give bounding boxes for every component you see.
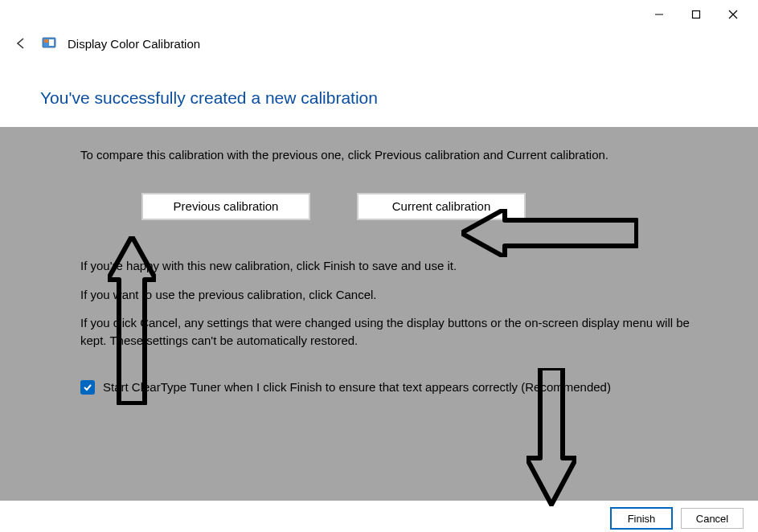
wizard-header: Display Color Calibration <box>0 29 758 66</box>
minimize-button[interactable] <box>641 2 678 27</box>
wizard-footer: Finish Cancel <box>0 501 758 532</box>
cancel-hint: If you want to use the previous calibrat… <box>80 286 691 304</box>
cleartype-checkbox[interactable] <box>80 380 95 395</box>
svg-rect-1 <box>693 11 700 18</box>
svg-rect-5 <box>44 39 48 43</box>
finish-button[interactable]: Finish <box>610 507 673 530</box>
intro-text: To compare this calibration with the pre… <box>80 146 691 164</box>
maximize-button[interactable] <box>678 2 715 27</box>
back-button[interactable] <box>11 34 31 53</box>
cleartype-checkbox-label[interactable]: Start ClearType Tuner when I click Finis… <box>103 379 611 395</box>
current-calibration-button[interactable]: Current calibration <box>357 193 526 220</box>
window-titlebar <box>0 0 758 29</box>
cleartype-checkbox-row: Start ClearType Tuner when I click Finis… <box>80 379 707 395</box>
wizard-content: To compare this calibration with the pre… <box>0 127 758 501</box>
close-button[interactable] <box>715 2 752 27</box>
svg-rect-6 <box>49 39 54 46</box>
cancel-warning: If you click Cancel, any settings that w… <box>80 314 691 350</box>
app-title: Display Color Calibration <box>68 37 200 51</box>
app-icon <box>42 36 56 51</box>
compare-button-row: Previous calibration Current calibration <box>141 193 707 220</box>
finish-hint: If you're happy with this new calibratio… <box>80 257 691 275</box>
page-heading: You've successfully created a new calibr… <box>0 66 758 127</box>
cancel-button[interactable]: Cancel <box>681 508 744 529</box>
previous-calibration-button[interactable]: Previous calibration <box>141 193 310 220</box>
